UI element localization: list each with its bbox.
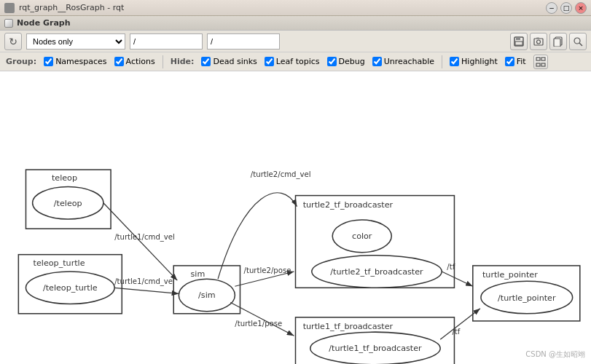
save-icon [514, 36, 524, 47]
svg-rect-10 [536, 58, 540, 60]
panel-icon [4, 19, 13, 28]
panel-title: Node Graph [17, 18, 71, 28]
svg-rect-11 [541, 58, 545, 60]
turtle-pointer-node-label: /turtle_pointer [498, 293, 556, 303]
dead-sinks-label: Dead sinks [213, 57, 257, 66]
edge-label-tf-1: /tf [447, 263, 455, 271]
toolbar: ↻ Nodes only Nodes/Topics (all) Nodes/To… [0, 31, 591, 52]
edge-label-turtle2-pose: /turtle2/pose [244, 266, 291, 274]
edge-label-turtle1-pose: /turtle1/pose [235, 320, 282, 328]
separator-2 [442, 55, 442, 68]
unreachable-checkbox-item[interactable]: Unreachable [372, 57, 434, 66]
highlight-checkbox-item[interactable]: Highlight [450, 57, 498, 66]
leaf-topics-checkbox-item[interactable]: Leaf topics [265, 57, 320, 66]
window-controls: − □ × [546, 2, 587, 14]
leaf-topics-label: Leaf topics [276, 57, 320, 66]
actions-checkbox-item[interactable]: Actions [114, 57, 155, 66]
svg-rect-13 [541, 63, 545, 66]
fit-checkbox[interactable] [505, 57, 514, 66]
teleop-turtle-box-label: teleop_turtle [34, 258, 85, 268]
toolbar-icons [510, 33, 587, 50]
fit-icon [536, 57, 546, 67]
sim-node-label: /sim [198, 290, 216, 300]
separator-1 [163, 55, 163, 68]
turtle-pointer-box-label: turtle_pointer [482, 270, 538, 280]
maximize-button[interactable]: □ [560, 2, 572, 14]
edge-label-turtle1-cmd-vel-1: /turtle1/cmd_vel [114, 233, 175, 242]
main-content: Node Graph ↻ Nodes only Nodes/Topics (al… [0, 16, 591, 364]
edge-teleop-sim [103, 203, 177, 280]
namespaces-label: Namespaces [55, 57, 106, 66]
edge-label-tf-2: /tf [452, 328, 460, 336]
edge-turtle1-pointer [440, 309, 480, 340]
fit-checkbox-item[interactable]: Fit [505, 57, 526, 66]
svg-point-8 [574, 38, 580, 44]
svg-rect-3 [534, 39, 543, 45]
camera-icon [533, 36, 544, 47]
color-node-label: color [352, 232, 372, 241]
svg-point-4 [537, 40, 541, 44]
window-title: rqt_graph__RosGraph - rqt [19, 3, 541, 12]
debug-label: Debug [339, 57, 365, 66]
namespaces-checkbox[interactable] [44, 57, 53, 66]
graph-svg: teleop /teleop teleop_turtle /teleop_tur… [0, 71, 591, 364]
topic-filter-input[interactable] [207, 33, 280, 50]
copy-button[interactable] [549, 33, 567, 50]
panel-header: Node Graph [0, 16, 591, 31]
graph-area[interactable]: teleop /teleop teleop_turtle /teleop_tur… [0, 71, 591, 364]
svg-line-9 [579, 43, 582, 46]
unreachable-checkbox[interactable] [372, 57, 382, 66]
zoom-button[interactable] [569, 33, 587, 50]
turtle2-tf-node-label: /turtle2_tf_broadcaster [330, 267, 423, 277]
namespaces-checkbox-item[interactable]: Namespaces [44, 57, 106, 66]
save-button[interactable] [510, 33, 528, 50]
edge-turtle2-pointer [442, 272, 473, 286]
edge-label-turtle2-cmd-vel: /turtle2/cmd_vel [251, 170, 311, 179]
dead-sinks-checkbox[interactable] [201, 57, 211, 66]
turtle2-box-label: turtle2_tf_broadcaster [303, 200, 394, 210]
screenshot-button[interactable] [530, 33, 547, 50]
svg-rect-1 [516, 37, 520, 40]
copy-icon [553, 36, 563, 47]
app-icon [4, 3, 15, 13]
teleop-box-label: teleop [52, 173, 77, 183]
sim-box-label: sim [191, 269, 206, 279]
teleop-turtle-node-label: /teleop_turtle [43, 283, 98, 293]
fit-icon-button[interactable] [533, 55, 548, 69]
actions-label: Actions [126, 57, 155, 66]
fit-label: Fit [517, 57, 526, 66]
teleop-node-label: /teleop [54, 199, 82, 208]
actions-checkbox[interactable] [114, 57, 124, 66]
watermark: CSDN @生如昭翊 [525, 349, 585, 360]
dead-sinks-checkbox-item[interactable]: Dead sinks [201, 57, 257, 66]
highlight-checkbox[interactable] [450, 57, 459, 66]
namespace-filter-input[interactable] [130, 33, 203, 50]
svg-rect-7 [554, 39, 560, 47]
refresh-button[interactable]: ↻ [4, 33, 22, 50]
hide-label: Hide: [171, 57, 195, 66]
svg-rect-2 [515, 41, 522, 45]
close-button[interactable]: × [575, 2, 587, 14]
options-bar: Group: Namespaces Actions Hide: Dead sin… [0, 52, 591, 71]
debug-checkbox[interactable] [327, 57, 337, 66]
edge-label-turtle1-cmd-vel-2: /turtle1/cmd_vel [114, 277, 175, 286]
edge-teleop-turtle-sim [114, 288, 179, 293]
leaf-topics-checkbox[interactable] [265, 57, 274, 66]
svg-rect-5 [536, 37, 539, 39]
filter-select[interactable]: Nodes only Nodes/Topics (all) Nodes/Topi… [26, 33, 125, 50]
highlight-label: Highlight [461, 57, 498, 66]
turtle1-tf-node-label: /turtle1_tf_broadcaster [329, 344, 422, 353]
turtle1-box-label: turtle1_tf_broadcaster [303, 322, 394, 331]
unreachable-label: Unreachable [384, 57, 434, 66]
title-bar: rqt_graph__RosGraph - rqt − □ × [0, 0, 591, 16]
debug-checkbox-item[interactable]: Debug [327, 57, 365, 66]
svg-rect-12 [536, 63, 540, 66]
minimize-button[interactable]: − [546, 2, 557, 14]
zoom-icon [573, 36, 583, 47]
group-label: Group: [6, 57, 36, 66]
